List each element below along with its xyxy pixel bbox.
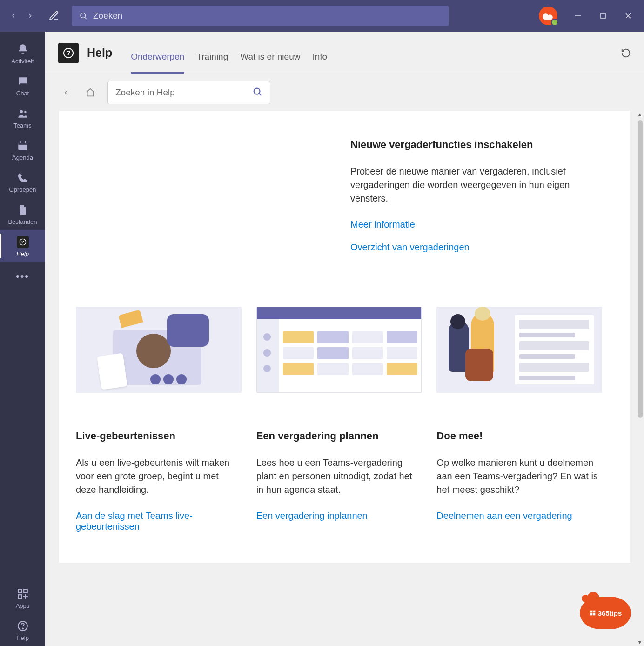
card-illustration (436, 307, 602, 393)
svg-rect-9 (18, 142, 27, 144)
main: ? Help Onderwerpen Training Wat is er ni… (45, 32, 644, 646)
help-circle-icon (16, 619, 29, 633)
card-title: Live-gebeurtenissen (76, 430, 242, 442)
chat-icon (16, 75, 29, 88)
presence-badge (551, 19, 558, 26)
tab-onderwerpen[interactable]: Onderwerpen (131, 52, 184, 74)
rail-item-activity[interactable]: Activiteit (0, 37, 45, 69)
tab-info[interactable]: Info (312, 52, 327, 74)
card-illustration (256, 307, 422, 393)
file-icon (16, 203, 29, 216)
app-rail: Activiteit Chat Teams Agenda Oproepen Be… (0, 32, 45, 646)
rail-item-files[interactable]: Bestanden (0, 198, 45, 230)
help-badge-icon: ? (58, 43, 79, 63)
refresh-icon[interactable] (621, 48, 631, 58)
svg-rect-27 (590, 613, 592, 616)
window-minimize-button[interactable] (573, 11, 583, 20)
page-title: Help (87, 46, 112, 60)
phone-icon (16, 171, 29, 184)
card-title: Een vergadering plannen (256, 430, 422, 442)
tab-training[interactable]: Training (196, 52, 228, 74)
rail-item-apps[interactable]: Apps (0, 582, 45, 614)
svg-rect-26 (593, 611, 595, 613)
search-icon (252, 87, 262, 99)
card-join: Doe mee! Op welke manieren kunt u deelne… (436, 307, 602, 544)
global-search[interactable]: Zoeken (72, 6, 449, 26)
rail-item-calendar[interactable]: Agenda (0, 134, 45, 166)
svg-point-0 (80, 13, 86, 18)
card-desc: Op welke manieren kunt u deelnemen aan e… (436, 456, 602, 497)
calendar-icon (16, 139, 29, 152)
titlebar: Zoeken (0, 0, 644, 32)
scrollbar[interactable]: ▲ ▼ (636, 111, 644, 646)
svg-rect-14 (18, 589, 22, 593)
card-desc: Als u een live-gebeurtenis wilt maken vo… (76, 456, 242, 497)
nav-forward-icon[interactable] (27, 13, 34, 19)
feature-desc: Probeer de nieuwe manier van vergaderen,… (350, 165, 583, 205)
card-desc: Lees hoe u een Teams-vergadering plant e… (256, 456, 422, 497)
svg-line-1 (85, 17, 86, 19)
bell-icon (16, 43, 29, 56)
rail-label: Help (16, 250, 29, 257)
rail-label: Agenda (12, 154, 33, 161)
help-content: Nieuwe vergaderfuncties inschakelen Prob… (59, 111, 630, 563)
rail-label: Oproepen (9, 186, 36, 193)
svg-point-20 (22, 628, 23, 629)
apps-icon (16, 587, 29, 600)
nav-back-icon[interactable] (10, 13, 17, 19)
rail-item-chat[interactable]: Chat (0, 69, 45, 101)
card-link[interactable]: Aan de slag met Teams live-gebeurtenisse… (76, 511, 242, 532)
scroll-down-icon[interactable]: ▼ (637, 639, 643, 645)
rail-more-icon[interactable]: ••• (16, 262, 29, 291)
rail-label: Help (16, 634, 29, 641)
rail-label: Teams (13, 122, 31, 129)
tabs: Onderwerpen Training Wat is er nieuw Inf… (131, 32, 327, 74)
feature-link-overview[interactable]: Overzicht van vergaderingen (350, 242, 602, 253)
scroll-thumb[interactable] (638, 120, 643, 418)
rail-item-calls[interactable]: Oproepen (0, 166, 45, 198)
window-close-button[interactable] (624, 11, 633, 20)
svg-point-6 (20, 110, 23, 113)
svg-text:?: ? (67, 49, 71, 57)
search-icon (79, 12, 87, 20)
svg-text:?: ? (21, 240, 24, 244)
scroll-up-icon[interactable]: ▲ (637, 112, 643, 117)
help-back-icon[interactable] (59, 86, 73, 100)
feature-illustration-placeholder (76, 139, 350, 265)
tab-whats-new[interactable]: Wat is er nieuw (240, 52, 300, 74)
card-link[interactable]: Deelnemen aan een vergadering (436, 511, 602, 521)
feature-title: Nieuwe vergaderfuncties inschakelen (350, 139, 602, 151)
window-maximize-button[interactable] (598, 11, 608, 20)
svg-rect-3 (601, 13, 605, 18)
avatar[interactable] (539, 7, 557, 25)
feature-link-more[interactable]: Meer informatie (350, 219, 602, 230)
office-icon (589, 609, 597, 617)
teams-icon (16, 107, 29, 120)
svg-rect-28 (593, 613, 595, 616)
help-search[interactable]: Zoeken in Help (107, 81, 270, 104)
help-icon: ? (16, 236, 29, 249)
compose-icon[interactable] (48, 10, 60, 21)
svg-rect-15 (24, 589, 27, 593)
svg-rect-25 (590, 611, 592, 613)
page-header: ? Help Onderwerpen Training Wat is er ni… (45, 32, 644, 74)
rail-item-teams[interactable]: Teams (0, 101, 45, 134)
rail-label: Bestanden (8, 218, 37, 225)
card-title: Doe mee! (436, 430, 602, 442)
rail-label: Apps (16, 602, 30, 609)
rail-item-help-bottom[interactable]: Help (0, 614, 45, 646)
card-link[interactable]: Een vergadering inplannen (256, 511, 422, 521)
svg-line-24 (259, 94, 261, 95)
rail-item-help[interactable]: ? Help (0, 230, 45, 262)
card-illustration (76, 307, 242, 393)
rail-label: Chat (16, 90, 29, 97)
tips-badge[interactable]: 365tips (580, 597, 631, 629)
global-search-placeholder: Zoeken (93, 11, 122, 21)
card-plan-meeting: Een vergadering plannen Lees hoe u een T… (256, 307, 422, 544)
tips-badge-text: 365tips (598, 609, 622, 617)
help-home-icon[interactable] (83, 86, 97, 100)
svg-rect-16 (18, 595, 22, 599)
card-live-events: Live-gebeurtenissen Als u een live-gebeu… (76, 307, 242, 544)
svg-point-23 (254, 88, 260, 94)
help-toolbar: Zoeken in Help (45, 74, 644, 111)
